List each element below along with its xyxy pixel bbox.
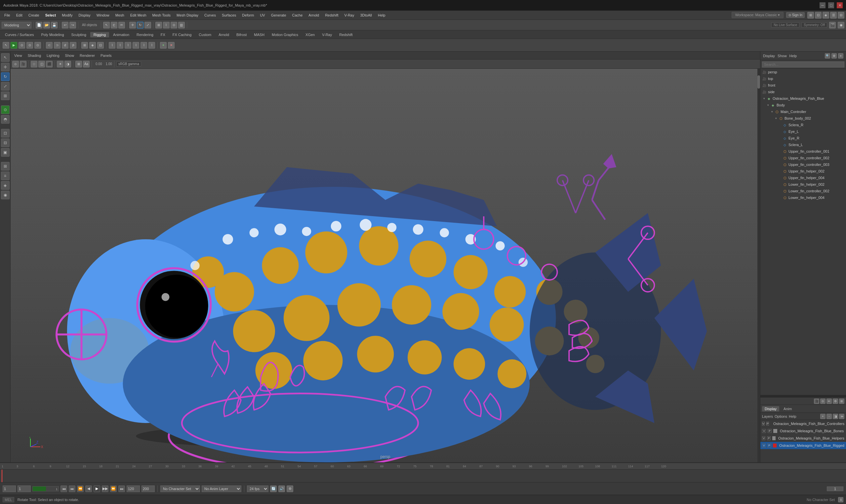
timeline-scrubber[interactable] [0, 470, 846, 482]
top-icon-5[interactable]: ⊟ [838, 12, 844, 18]
layer-vp-helpers[interactable]: V [762, 436, 765, 440]
menu-mesh-display[interactable]: Mesh Display [174, 13, 201, 18]
list-btn[interactable]: ≡ [1, 172, 10, 180]
sign-in-button[interactable]: ⊙ Sign In [786, 12, 805, 18]
vp-aa-icon[interactable]: Aa [83, 61, 90, 68]
tab-bifrost[interactable]: Bifrost [233, 32, 250, 37]
vp-menu-lighting[interactable]: Lighting [44, 53, 61, 58]
open-scene-icon[interactable]: 📂 [43, 22, 50, 29]
status-info-icon[interactable]: ℹ [838, 497, 843, 502]
layers-btn[interactable]: ◈ [1, 181, 10, 190]
tree-item-eye-l[interactable]: ◇ Eye_L [760, 128, 846, 135]
layer-row-helpers[interactable]: V P Ostracion_Meleagris_Fish_Blue_Helper… [760, 435, 846, 442]
menu-file[interactable]: File [2, 13, 13, 18]
layer-p-bones[interactable]: P [768, 429, 772, 433]
snap-grid-icon[interactable]: ⊞ [156, 22, 162, 29]
render-btn[interactable]: ◉ [1, 191, 10, 199]
move-icon[interactable]: ✛ [129, 22, 136, 29]
tab-fx[interactable]: FX [157, 32, 168, 37]
tab-vray[interactable]: V-Ray [319, 32, 335, 37]
tree-item-lower-fin-ctrl-002[interactable]: ⬡ Lower_fin_controller_002 [760, 188, 846, 194]
outliner-search-input[interactable] [762, 61, 844, 68]
vp-menu-panels[interactable]: Panels [98, 53, 114, 58]
layer-row-rigged[interactable]: V P Ostracion_Meleagris_Fish_Blue_Rigged [760, 442, 846, 449]
menu-edit[interactable]: Edit [14, 13, 25, 18]
grid-btn[interactable]: ⊞ [1, 162, 10, 170]
maximize-button[interactable]: □ [828, 2, 834, 8]
options-tab[interactable]: Options [775, 414, 787, 418]
paint-sel-icon[interactable]: ✏ [118, 22, 125, 29]
lp-icon4[interactable]: ⚙ [833, 399, 838, 404]
lp-icon1[interactable]: 🎥 [814, 399, 819, 404]
rotate-tool-btn[interactable]: ↻ [1, 72, 10, 81]
tree-item-body[interactable]: ▾ ◈ Body [760, 102, 846, 108]
top-icon-4[interactable]: ☰ [830, 12, 837, 18]
tab-poly-modeling[interactable]: Poly Modeling [38, 32, 67, 37]
menu-vray[interactable]: V-Ray [342, 13, 357, 18]
menu-redshift[interactable]: Redshift [322, 13, 341, 18]
shelf-icon-10[interactable]: ⊞ [81, 42, 88, 49]
play-back-btn[interactable]: ◀ [85, 486, 92, 492]
playback-loop-icon[interactable]: 🔄 [270, 486, 277, 492]
vp-persp-icon[interactable]: ⊙ [12, 61, 19, 68]
shelf-icon-15[interactable]: ⌇ [125, 42, 131, 49]
layer-p-helpers[interactable]: P [767, 436, 770, 440]
tab-sculpting[interactable]: Sculpting [68, 32, 90, 37]
vp-menu-show[interactable]: Show [63, 53, 76, 58]
shelf-icon-8[interactable]: ⊄ [62, 42, 68, 49]
scale-tool-btn[interactable]: ⤢ [1, 82, 10, 91]
frame-start-input[interactable] [3, 486, 16, 492]
tab-arnold[interactable]: Arnold [215, 32, 232, 37]
shelf-icon-9[interactable]: ⊅ [70, 42, 76, 49]
last-tool-btn[interactable]: ⊞ [1, 92, 10, 100]
shelf-icon-13[interactable]: ⌇ [109, 42, 115, 49]
minimize-button[interactable]: ─ [820, 2, 826, 8]
tree-item-top[interactable]: 🎥 top [760, 75, 846, 82]
play-end-btn[interactable]: ⏭ [118, 486, 125, 492]
tree-item-fish-root[interactable]: ▾ ◈ Ostracion_Meleagris_Fish_Blue [760, 95, 846, 102]
shelf-icon-18[interactable]: ⌇ [148, 42, 155, 49]
menu-deform[interactable]: Deform [239, 13, 256, 18]
ipr-icon[interactable]: ◉ [838, 22, 844, 29]
shelf-icon-5[interactable]: ⊙ [34, 42, 41, 49]
anim-layer-dropdown[interactable]: No Anim Layer [202, 486, 241, 492]
shelf-icon-11[interactable]: ◈ [89, 42, 96, 49]
rotate-icon[interactable]: ↻ [137, 22, 143, 29]
scale-icon[interactable]: ⤢ [144, 22, 151, 29]
outliner-settings-icon[interactable]: ≡ [838, 53, 843, 58]
menu-curves[interactable]: Curves [202, 13, 218, 18]
close-button[interactable]: ✕ [837, 2, 843, 8]
tree-item-front[interactable]: 🎥 front [760, 82, 846, 89]
move-tool-btn[interactable]: ✛ [1, 63, 10, 71]
vp-menu-shading[interactable]: Shading [26, 53, 43, 58]
da-tab-display[interactable]: Display [762, 406, 779, 412]
new-scene-icon[interactable]: 📄 [36, 22, 42, 29]
tab-animation[interactable]: Animation [110, 32, 132, 37]
redo-icon[interactable]: ↪ [69, 22, 76, 29]
outliner-search-icon[interactable]: 🔍 [825, 53, 830, 58]
modeling-dropdown[interactable]: Modeling [2, 22, 31, 29]
menu-modify[interactable]: Modify [59, 13, 75, 18]
shelf-icon-1[interactable]: ↖ [3, 42, 9, 49]
shelf-icon-17[interactable]: ⌇ [141, 42, 147, 49]
lp-icon5[interactable]: ⊞ [839, 399, 844, 404]
tree-item-main-ctrl[interactable]: ▾ ⬡ Main_Controller [760, 108, 846, 115]
vp-shading2-icon[interactable]: ◫ [38, 61, 45, 68]
current-frame-input[interactable] [827, 486, 843, 491]
tab-mash[interactable]: MASH [251, 32, 268, 37]
tab-redshift[interactable]: Redshift [336, 32, 356, 37]
soft-select-btn[interactable]: ◓ [1, 115, 10, 124]
menu-window[interactable]: Window [94, 13, 112, 18]
snap-curve-icon[interactable]: ⌇ [163, 22, 169, 29]
layer-vp-ctrl[interactable]: V [762, 422, 765, 426]
shelf-cross-icon[interactable]: ✕ [168, 42, 175, 49]
tree-item-upper-fin-helper-004[interactable]: ⬡ Upper_fin_helper_004 [760, 175, 846, 181]
layer-del-icon[interactable]: - [827, 414, 832, 419]
vp-grid-icon[interactable]: ⊞ [75, 61, 82, 68]
tree-item-upper-fin-ctrl-001[interactable]: ⬡ Upper_fin_controller_001 [760, 148, 846, 155]
help-tab[interactable]: Help [789, 414, 796, 418]
sculpt-btn[interactable]: ⊡ [1, 129, 10, 138]
shelf-icon-7[interactable]: ⊃ [54, 42, 60, 49]
lp-icon3[interactable]: ✏ [827, 399, 832, 404]
outliner-help-btn[interactable]: Help [790, 54, 797, 58]
